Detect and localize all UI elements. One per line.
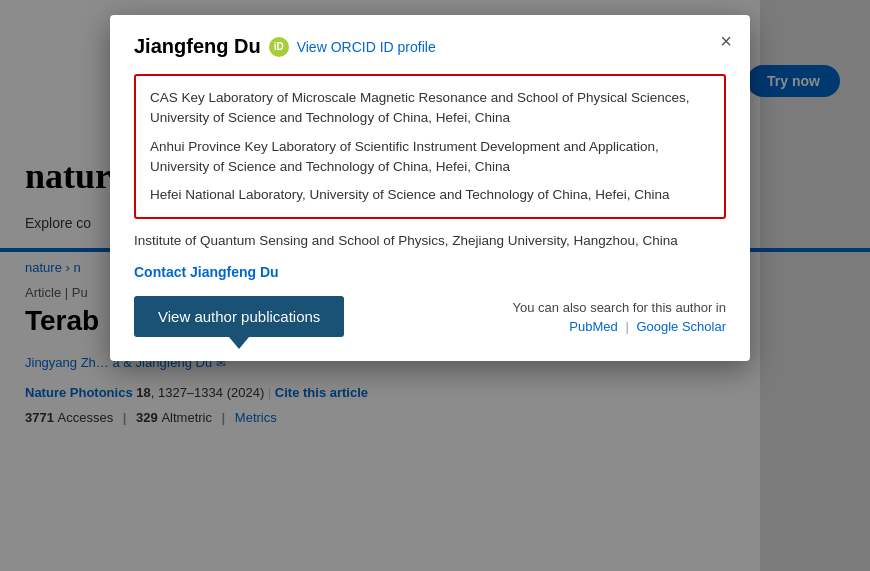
affiliation-item-1: CAS Key Laboratory of Microscale Magneti… (150, 88, 710, 129)
modal-close-button[interactable]: × (720, 31, 732, 51)
affiliations-box: CAS Key Laboratory of Microscale Magneti… (134, 74, 726, 219)
link-separator: | (625, 319, 632, 334)
contact-author-link[interactable]: Contact Jiangfeng Du (134, 264, 726, 280)
search-info-links: PubMed | Google Scholar (364, 319, 726, 334)
modal-bottom: View author publications You can also se… (134, 296, 726, 337)
pubmed-link[interactable]: PubMed (569, 319, 617, 334)
view-publications-button[interactable]: View author publications (134, 296, 344, 337)
search-info-text: You can also search for this author in (364, 298, 726, 319)
affiliation-item-2: Anhui Province Key Laboratory of Scienti… (150, 137, 710, 178)
search-info-container: You can also search for this author in P… (364, 298, 726, 334)
affiliation-outside: Institute of Quantum Sensing and School … (134, 231, 726, 251)
tooltip-arrow (229, 337, 249, 349)
google-scholar-link[interactable]: Google Scholar (636, 319, 726, 334)
modal-header: Jiangfeng Du iD View ORCID ID profile (134, 35, 726, 58)
view-publications-wrapper: View author publications (134, 296, 344, 337)
modal-author-name: Jiangfeng Du (134, 35, 261, 58)
orcid-icon: iD (269, 37, 289, 57)
author-modal: × Jiangfeng Du iD View ORCID ID profile … (110, 15, 750, 361)
orcid-profile-link[interactable]: View ORCID ID profile (297, 39, 436, 55)
affiliation-item-3: Hefei National Laboratory, University of… (150, 185, 710, 205)
